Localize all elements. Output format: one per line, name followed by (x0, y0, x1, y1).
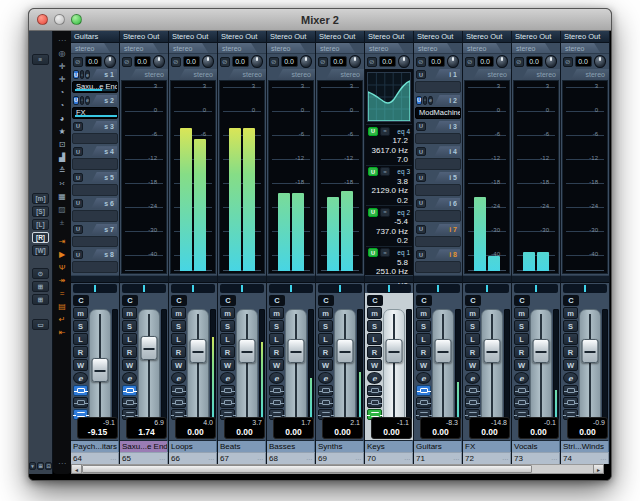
pan-bypass-icon[interactable]: ⊘ (416, 57, 426, 67)
pan-value[interactable]: 0.0 (477, 56, 494, 67)
eq-state-icon[interactable] (367, 397, 382, 408)
pan-center-indicator[interactable]: C (563, 295, 579, 306)
slot-number-tab[interactable]: s 8 (91, 249, 117, 260)
slot-number-tab[interactable]: i 4 (434, 146, 460, 157)
eq-state-icon[interactable] (416, 397, 431, 408)
mute-button[interactable]: m (514, 307, 529, 319)
pan-knob[interactable] (251, 55, 263, 68)
output-routing-label[interactable]: Stereo Out (267, 31, 315, 43)
fader-cap[interactable] (288, 339, 305, 363)
title-bar[interactable]: Mixer 2 (29, 9, 611, 31)
listen-button[interactable]: L (318, 333, 333, 345)
pan-knob[interactable] (349, 55, 361, 68)
listen-button[interactable]: L (367, 333, 382, 345)
pan-slider[interactable] (122, 284, 166, 293)
eq-gain-value[interactable]: -5.4 (368, 217, 410, 227)
panel-collapse-icon[interactable]: ≡ (32, 54, 49, 65)
pan-knob[interactable] (594, 55, 606, 68)
write-automation-button[interactable]: W (367, 359, 382, 371)
eq-gain-value[interactable]: 3.8 (368, 177, 410, 187)
meter-bars-icon[interactable]: ▟ (53, 151, 71, 164)
pan-knob[interactable] (300, 55, 312, 68)
insert-name-field[interactable] (415, 236, 461, 248)
eq-type-icon[interactable]: ≈ (380, 127, 390, 136)
pan-bypass-icon[interactable]: ⊘ (171, 57, 181, 67)
pan-bypass-icon[interactable]: ⊘ (465, 57, 475, 67)
read-automation-button[interactable]: R (73, 346, 88, 358)
output-config-label[interactable]: stereo (130, 69, 168, 80)
read-automation-button[interactable]: R (367, 346, 382, 358)
output-config-label[interactable]: stereo (522, 69, 560, 80)
read-automation-button[interactable]: R (220, 346, 235, 358)
insert-name-field[interactable] (415, 158, 461, 170)
read-automation-button[interactable]: R (269, 346, 284, 358)
solo-button[interactable]: S (514, 320, 529, 332)
inserts-state-icon[interactable] (416, 385, 431, 396)
pan-slider[interactable] (171, 284, 215, 293)
slot-number-tab[interactable]: i 8 (434, 249, 460, 260)
send-name-field[interactable] (72, 236, 118, 248)
channel-name[interactable]: Loops (169, 440, 217, 452)
fader-cap[interactable] (582, 339, 599, 363)
dots-top-icon[interactable]: ⋯ (53, 34, 71, 47)
power-icon[interactable]: U (73, 122, 83, 131)
channel-name[interactable]: Basses (267, 440, 315, 452)
edit-channel-button[interactable]: e (269, 372, 284, 384)
edit-channel-button[interactable]: e (73, 372, 88, 384)
eq-state-icon[interactable] (220, 397, 235, 408)
dice-icon[interactable]: ⊡ (53, 138, 71, 151)
edit-channel-button[interactable]: e (563, 372, 578, 384)
write-automation-button[interactable]: W (73, 359, 88, 371)
input-config-label[interactable]: stereo (120, 43, 159, 53)
eq-freq-value[interactable]: 737.0 Hz (368, 227, 410, 237)
output-routing-label[interactable]: Stereo Out (218, 31, 266, 43)
mute-button[interactable]: m (171, 307, 186, 319)
output-routing-label[interactable]: Guitars (71, 31, 119, 43)
eq-state-icon[interactable] (171, 397, 186, 408)
output-routing-label[interactable]: Stereo Out (365, 31, 413, 43)
power-icon[interactable]: U (73, 199, 83, 208)
inserts-state-icon[interactable] (269, 385, 284, 396)
pan-slider[interactable] (416, 284, 460, 293)
scroll-left-icon[interactable]: ◂ (71, 464, 82, 474)
pan-slider[interactable] (220, 284, 264, 293)
hat-icon[interactable]: ≙ (53, 164, 71, 177)
slot-number-tab[interactable]: s 3 (91, 121, 117, 132)
equals-icon[interactable]: = (53, 287, 71, 300)
knob-c-icon[interactable]: ◕ (53, 112, 71, 125)
input-config-label[interactable]: stereo (512, 43, 551, 53)
pan-knob[interactable] (202, 55, 214, 68)
mute-button[interactable]: m (73, 307, 88, 319)
channel-name[interactable]: Paych...itars (71, 440, 119, 452)
power-icon[interactable]: U (416, 122, 426, 131)
pan-center-indicator[interactable]: C (73, 295, 89, 306)
output-config-label[interactable]: stereo (473, 69, 511, 80)
scroll-right-icon[interactable]: ▸ (593, 464, 604, 474)
listen-button[interactable]: L (220, 333, 235, 345)
solo-button[interactable]: S (171, 320, 186, 332)
options-icon[interactable]: e (85, 70, 90, 79)
global-w-button[interactable]: [W] (32, 245, 49, 256)
fader-value[interactable]: 0.00 (325, 427, 360, 437)
edit-channel-button[interactable]: e (514, 372, 529, 384)
edit-channel-button[interactable]: e (122, 372, 137, 384)
listen-button[interactable]: L (171, 333, 186, 345)
pan-knob[interactable] (398, 55, 410, 68)
output-routing-label[interactable]: Stereo Out (512, 31, 560, 43)
eq-power-icon[interactable]: U (368, 167, 378, 176)
send-name-field[interactable] (72, 133, 118, 145)
channel-name[interactable]: Saxu...e End (120, 440, 168, 452)
fader-cap[interactable] (239, 339, 256, 363)
fader-cap[interactable] (141, 336, 158, 360)
scrollbar-track[interactable] (82, 464, 593, 474)
slot-number-tab[interactable]: s 2 (91, 95, 117, 106)
insert-name-field[interactable] (415, 184, 461, 196)
channel-name[interactable]: FX (463, 440, 511, 452)
write-automation-button[interactable]: W (269, 359, 284, 371)
sends-edit-icon[interactable]: ▫ (80, 70, 84, 79)
read-automation-button[interactable]: R (514, 346, 529, 358)
fader-value[interactable]: 0.00 (374, 427, 409, 437)
output-routing-label[interactable]: Stereo Out (414, 31, 462, 43)
solo-button[interactable]: S (563, 320, 578, 332)
input-config-label[interactable]: stereo (169, 43, 208, 53)
